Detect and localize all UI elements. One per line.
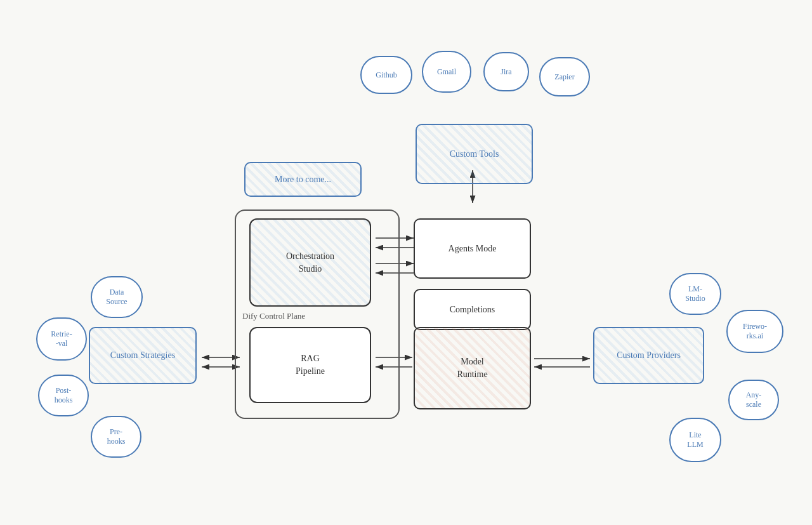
completions-label: Completions bbox=[450, 303, 495, 316]
custom-tools-label: Custom Tools bbox=[450, 148, 499, 161]
anyscale-circle: Any-scale bbox=[728, 380, 779, 420]
zapier-label: Zapier bbox=[552, 70, 577, 84]
custom-providers-box: Custom Providers bbox=[593, 327, 704, 384]
pre-hooks-circle: Pre-hooks bbox=[91, 416, 141, 458]
data-source-label: DataSource bbox=[103, 285, 129, 309]
retrieval-label: Retrie--val bbox=[48, 327, 74, 351]
custom-tools-box: Custom Tools bbox=[416, 124, 533, 184]
orchestration-studio-label: OrchestrationStudio bbox=[286, 250, 334, 275]
lm-studio-circle: LM-Studio bbox=[669, 273, 721, 315]
data-source-circle: DataSource bbox=[91, 276, 143, 318]
fireworks-ai-label: Firewo-rks.ai bbox=[740, 319, 769, 343]
custom-strategies-box: Custom Strategies bbox=[89, 327, 197, 384]
gmail-circle: Gmail bbox=[422, 51, 471, 93]
agents-mode-label: Agents Mode bbox=[449, 243, 497, 255]
diagram-container: Dify Control Plane More to come... Orche… bbox=[0, 0, 812, 525]
post-hooks-circle: Post-hooks bbox=[38, 375, 89, 416]
anyscale-label: Any-scale bbox=[743, 388, 764, 412]
custom-providers-label: Custom Providers bbox=[617, 349, 681, 362]
completions-box: Completions bbox=[414, 289, 531, 330]
lite-llm-circle: LiteLLM bbox=[669, 418, 721, 462]
jira-circle: Jira bbox=[483, 52, 529, 91]
post-hooks-label: Post-hooks bbox=[52, 383, 75, 408]
model-runtime-box: ModelRuntime bbox=[414, 327, 531, 409]
retrieval-circle: Retrie--val bbox=[36, 317, 87, 361]
zapier-circle: Zapier bbox=[539, 57, 590, 96]
rag-pipeline-box: RAGPipeline bbox=[249, 327, 371, 403]
more-to-come-label: More to come... bbox=[275, 173, 331, 186]
lite-llm-label: LiteLLM bbox=[684, 428, 705, 452]
fireworks-ai-circle: Firewo-rks.ai bbox=[726, 310, 783, 353]
agents-mode-box: Agents Mode bbox=[414, 218, 531, 279]
more-to-come-box: More to come... bbox=[244, 162, 362, 197]
github-label: Github bbox=[373, 68, 399, 83]
custom-strategies-label: Custom Strategies bbox=[110, 349, 175, 362]
pre-hooks-label: Pre-hooks bbox=[105, 425, 128, 449]
lm-studio-label: LM-Studio bbox=[683, 282, 707, 306]
gmail-label: Gmail bbox=[435, 65, 459, 79]
dify-control-plane-label: Dify Control Plane bbox=[242, 311, 305, 321]
model-runtime-label: ModelRuntime bbox=[457, 356, 487, 380]
jira-label: Jira bbox=[498, 65, 514, 79]
rag-pipeline-label: RAGPipeline bbox=[296, 352, 325, 377]
orchestration-studio-box: OrchestrationStudio bbox=[249, 218, 371, 307]
github-circle: Github bbox=[360, 56, 412, 94]
